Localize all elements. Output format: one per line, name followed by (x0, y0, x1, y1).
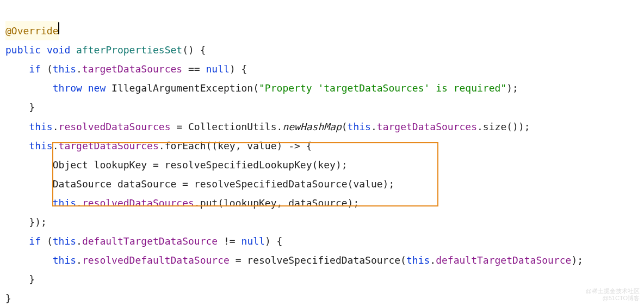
line-3: if (this.targetDataSources == null) { (5, 63, 247, 75)
watermark: @稀土掘金技术社区 @51CTO博客 (586, 288, 640, 302)
kw-new: new (88, 82, 106, 94)
field-resolvedDefaultDataSource: resolvedDefaultDataSource (82, 254, 230, 266)
kw-this: this (53, 235, 76, 247)
line-9: DataSource dataSource = resolveSpecified… (5, 178, 394, 190)
paren: ( (47, 63, 53, 75)
code-text: DataSource dataSource = resolveSpecified… (53, 178, 395, 190)
kw-this: this (406, 254, 430, 266)
field-targetDataSources: targetDataSources (377, 121, 477, 132)
field-defaultTargetDataSource: defaultTargetDataSource (82, 235, 218, 247)
code-block: @Override public void afterPropertiesSet… (0, 0, 644, 304)
line-6: this.resolvedDataSources = CollectionUti… (5, 121, 530, 132)
line-15: } (5, 293, 11, 304)
text: = resolveSpecifiedDataSource( (230, 254, 406, 266)
text: .put(lookupKey, dataSource); (194, 197, 359, 209)
exception-name: IllegalArgumentException (112, 82, 253, 94)
brace: } (29, 273, 35, 285)
kw-void: void (47, 44, 70, 56)
line-14: } (5, 273, 35, 285)
method-name: afterPropertiesSet (76, 44, 182, 56)
kw-public: public (5, 44, 41, 56)
kw-throw: throw (53, 82, 82, 94)
kw-this: this (29, 140, 52, 151)
field-defaultTargetDataSource: defaultTargetDataSource (436, 254, 571, 266)
brace: ) { (265, 235, 283, 247)
line-13: this.resolvedDefaultDataSource = resolve… (5, 254, 583, 266)
kw-if: if (29, 235, 41, 247)
field-resolvedDataSources: resolvedDataSources (82, 197, 194, 209)
line-10: this.resolvedDataSources.put(lookupKey, … (5, 197, 359, 209)
text: = CollectionUtils. (170, 121, 282, 132)
text: .size()); (477, 121, 530, 132)
line-12: if (this.defaultTargetDataSource != null… (5, 235, 282, 247)
brace: } (5, 293, 11, 304)
annotation-text: @Override (5, 25, 59, 37)
brace: ) { (230, 63, 247, 75)
line-2: public void afterPropertiesSet() { (5, 44, 206, 56)
string-literal: "Property 'targetDataSources' is require… (259, 82, 506, 94)
paren: ( (342, 121, 348, 132)
line-5: } (5, 101, 35, 113)
kw-if: if (29, 63, 41, 75)
brace: } (29, 101, 35, 113)
text-cursor (58, 22, 59, 34)
end: ); (571, 254, 583, 266)
line-8: Object lookupKey = resolveSpecifiedLooku… (5, 159, 348, 171)
text: }); (29, 216, 47, 228)
field-targetDataSources: targetDataSources (82, 63, 182, 75)
kw-null: null (242, 235, 265, 247)
watermark-line-2: @51CTO博客 (586, 295, 640, 302)
code-text: Object lookupKey = resolveSpecifiedLooku… (53, 159, 348, 171)
paren: ( (47, 235, 53, 247)
kw-this: this (53, 63, 76, 75)
end: ); (506, 82, 518, 94)
kw-this: this (53, 254, 76, 266)
kw-this: this (348, 121, 371, 132)
op: != (218, 235, 241, 247)
static-method: newHashMap (282, 121, 341, 132)
watermark-line-1: @稀土掘金技术社区 (586, 288, 640, 295)
kw-this: this (53, 197, 76, 209)
field-targetDataSources: targetDataSources (59, 140, 159, 151)
line-11: }); (5, 216, 47, 228)
line-7: this.targetDataSources.forEach((key, val… (5, 140, 312, 151)
line-4: throw new IllegalArgumentException("Prop… (5, 82, 518, 94)
kw-this: this (29, 121, 52, 132)
text: .forEach((key, value) -> { (159, 140, 312, 151)
field-resolvedDataSources: resolvedDataSources (59, 121, 171, 132)
op: == (188, 63, 206, 75)
line-annotation: @Override (5, 21, 59, 40)
kw-null: null (206, 63, 230, 75)
